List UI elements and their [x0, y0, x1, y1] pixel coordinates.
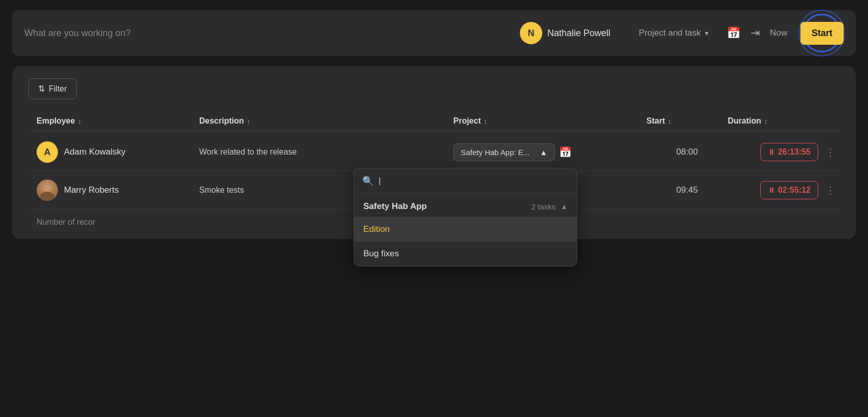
more-icon-marry[interactable]: ⋮ [825, 184, 835, 196]
project-task-label: Project and task [639, 28, 701, 38]
avatar-marry [37, 180, 58, 201]
project-task-selector[interactable]: Project and task ▾ [639, 28, 708, 38]
description-cell-adam: Work related to the release [199, 147, 453, 157]
col-header-duration[interactable]: Duration ↕ [728, 116, 840, 126]
start-time-marry: 09:45 [646, 185, 728, 195]
dropdown-collapse-icon[interactable]: ▲ [561, 202, 568, 211]
pause-icon-marry[interactable]: ⏸ [768, 186, 775, 194]
filter-row: ⇅ Filter [28, 78, 840, 99]
dropdown-group-header: Safety Hab App 2 tasks ▲ [354, 194, 577, 217]
dropdown-item-edition[interactable]: Edition [354, 217, 577, 242]
table-row: A Adam Kowalsky Work related to the rele… [28, 133, 840, 171]
top-bar: What are you working on? N Nathalie Powe… [12, 10, 856, 56]
start-button-wrapper: Start [800, 22, 844, 45]
employee-cell-adam: A Adam Kowalsky [37, 141, 199, 163]
employee-name-marry: Marry Roberts [64, 185, 119, 195]
user-name-label: Nathalie Powell [547, 28, 610, 39]
table-header: Employee ↕ Description ↕ Project ↕ Start… [28, 111, 840, 131]
duration-badge-adam: ⏸ 26:13:55 [760, 143, 818, 161]
col-header-project[interactable]: Project ↕ [453, 116, 646, 126]
user-info: N Nathalie Powell [520, 22, 610, 44]
pause-icon-adam[interactable]: ⏸ [768, 148, 775, 156]
employee-name-adam: Adam Kowalsky [64, 147, 126, 157]
dropdown-search-input[interactable] [379, 176, 569, 186]
sort-icon-description: ↕ [247, 117, 251, 125]
duration-value-adam: 26:13:55 [778, 147, 811, 157]
more-icon-adam[interactable]: ⋮ [825, 146, 835, 158]
dropdown-search-row: 🔍 [354, 168, 577, 194]
project-name-adam: Safety Hab App: E... [461, 148, 530, 157]
calendar-row-icon-adam[interactable]: 📅 [559, 146, 572, 158]
dropdown-group-meta: 2 tasks ▲ [532, 202, 568, 211]
user-avatar: N [520, 22, 542, 44]
main-content: ⇅ Filter Employee ↕ Description ↕ Projec… [12, 66, 856, 239]
now-label: Now [770, 28, 787, 38]
col-header-description[interactable]: Description ↕ [199, 116, 453, 126]
project-cell-adam: Safety Hab App: E... ▲ 📅 [453, 143, 646, 161]
dropdown-search-icon: 🔍 [362, 175, 374, 187]
calendar-icon[interactable]: 📅 [727, 26, 740, 40]
duration-cell-marry: ⏸ 02:55:12 ⋮ [728, 181, 840, 199]
dropdown-group-count: 2 tasks [532, 202, 556, 211]
search-input[interactable]: What are you working on? [24, 28, 512, 39]
avatar-adam: A [37, 141, 58, 163]
project-selector-adam[interactable]: Safety Hab App: E... ▲ [453, 143, 555, 161]
avatar-face-marry [37, 180, 58, 201]
filter-icon: ⇅ [38, 84, 45, 94]
log-in-icon[interactable]: ⇥ [751, 26, 760, 40]
chevron-up-icon: ▲ [540, 148, 547, 157]
records-label: Number of recor [37, 218, 96, 226]
dropdown-group-name: Safety Hab App [363, 201, 427, 212]
dropdown-item-bugfixes[interactable]: Bug fixes [354, 242, 577, 266]
sort-icon-project: ↕ [484, 117, 487, 125]
col-description-label: Description [199, 116, 244, 126]
col-project-label: Project [453, 116, 481, 126]
chevron-down-icon: ▾ [705, 29, 708, 37]
filter-button[interactable]: ⇅ Filter [28, 78, 77, 99]
col-start-label: Start [646, 116, 665, 126]
top-bar-icons: 📅 ⇥ Now [727, 26, 787, 40]
duration-badge-marry: ⏸ 02:55:12 [760, 181, 818, 199]
sort-icon-duration: ↕ [764, 117, 768, 125]
col-duration-label: Duration [728, 116, 761, 126]
duration-value-marry: 02:55:12 [778, 186, 811, 195]
duration-cell-adam: ⏸ 26:13:55 ⋮ [728, 143, 840, 161]
sort-icon-employee: ↕ [78, 117, 82, 125]
col-employee-label: Employee [37, 116, 75, 126]
start-time-adam: 08:00 [646, 147, 728, 157]
sort-icon-start: ↕ [668, 117, 671, 125]
filter-label: Filter [49, 84, 67, 94]
col-header-start[interactable]: Start ↕ [646, 116, 728, 126]
project-dropdown: 🔍 Safety Hab App 2 tasks ▲ Edition Bug f… [354, 168, 577, 266]
start-button[interactable]: Start [800, 22, 844, 45]
employee-cell-marry: Marry Roberts [37, 180, 199, 201]
col-header-employee[interactable]: Employee ↕ [37, 116, 199, 126]
